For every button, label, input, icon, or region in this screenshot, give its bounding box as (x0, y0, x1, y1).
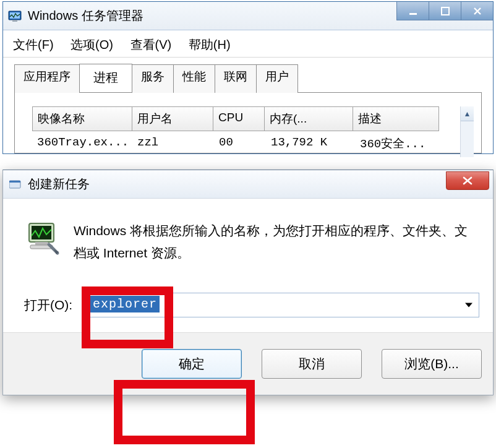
task-manager-icon (8, 9, 22, 23)
cell-user: zzl (132, 136, 214, 152)
maximize-button[interactable] (429, 2, 461, 20)
col-user-name[interactable]: 用户名 (132, 106, 213, 131)
process-table-header: 映像名称 用户名 CPU 内存(... 描述 (32, 106, 474, 131)
col-memory[interactable]: 内存(... (264, 106, 353, 131)
vertical-scrollbar[interactable]: ▲ (460, 106, 474, 157)
tab-applications[interactable]: 应用程序 (14, 64, 80, 93)
tab-users[interactable]: 用户 (256, 64, 298, 93)
dialog-body: Windows 将根据您所输入的名称，为您打开相应的程序、文件夹、文档或 Int… (3, 199, 493, 332)
dialog-footer: 确定 取消 浏览(B)... (3, 332, 493, 395)
cancel-button[interactable]: 取消 (262, 349, 362, 379)
tab-processes[interactable]: 进程 (79, 64, 132, 92)
run-dialog-icon (9, 179, 22, 189)
menu-file[interactable]: 文件(F) (13, 38, 54, 51)
close-button[interactable] (461, 2, 493, 20)
process-table: 映像名称 用户名 CPU 内存(... 描述 360Tray.ex... zzl… (32, 106, 474, 153)
cell-mem: 13,792 K (266, 136, 355, 152)
open-label: 打开(O): (24, 296, 86, 314)
menu-bar: 文件(F) 选项(O) 查看(V) 帮助(H) (3, 30, 493, 58)
task-manager-title: Windows 任务管理器 (28, 7, 143, 24)
svg-rect-9 (35, 242, 48, 245)
dialog-title: 创建新任务 (28, 176, 90, 192)
task-manager-body: 应用程序 进程 服务 性能 联网 用户 映像名称 用户名 CPU 内存(... … (3, 58, 493, 153)
tab-networking[interactable]: 联网 (215, 64, 257, 93)
cell-image: 360Tray.ex... (32, 136, 132, 152)
scroll-up-icon[interactable]: ▲ (461, 106, 474, 121)
chevron-down-icon[interactable] (465, 303, 472, 308)
tab-strip: 应用程序 进程 服务 性能 联网 用户 (14, 64, 482, 92)
svg-rect-2 (12, 20, 17, 22)
cell-desc: 360安全... (355, 136, 442, 152)
create-new-task-dialog: 创建新任务 Windows 将根据您所输入的名称，为您打开相应的程序、文件夹、文… (2, 170, 494, 395)
cell-cpu: 00 (214, 136, 266, 152)
task-manager-window: Windows 任务管理器 文件(F) 选项(O) 查看(V) 帮助(H) 应用… (2, 1, 494, 154)
menu-help[interactable]: 帮助(H) (189, 38, 231, 51)
ok-button[interactable]: 确定 (142, 349, 242, 379)
dialog-titlebar[interactable]: 创建新任务 (3, 170, 493, 199)
col-cpu[interactable]: CPU (213, 106, 265, 131)
menu-options[interactable]: 选项(O) (71, 38, 113, 51)
run-program-icon (24, 220, 60, 256)
col-image-name[interactable]: 映像名称 (32, 106, 132, 131)
dialog-close-button[interactable] (446, 171, 489, 190)
task-manager-titlebar[interactable]: Windows 任务管理器 (3, 2, 493, 30)
window-buttons (396, 2, 493, 20)
processes-panel: 映像名称 用户名 CPU 内存(... 描述 360Tray.ex... zzl… (14, 92, 482, 153)
svg-rect-6 (9, 181, 20, 183)
tab-services[interactable]: 服务 (132, 64, 174, 93)
open-value: explorer (90, 296, 160, 312)
menu-view[interactable]: 查看(V) (130, 38, 172, 51)
minimize-button[interactable] (396, 2, 429, 20)
open-combobox[interactable]: explorer (86, 293, 479, 317)
dialog-description: Windows 将根据您所输入的名称，为您打开相应的程序、文件夹、文档或 Int… (74, 220, 469, 264)
table-row[interactable]: 360Tray.ex... zzl 00 13,792 K 360安全... (32, 131, 474, 153)
col-description[interactable]: 描述 (353, 106, 439, 131)
tab-performance[interactable]: 性能 (173, 64, 215, 93)
browse-button[interactable]: 浏览(B)... (382, 349, 482, 379)
svg-rect-3 (409, 13, 417, 15)
svg-rect-4 (442, 7, 449, 15)
